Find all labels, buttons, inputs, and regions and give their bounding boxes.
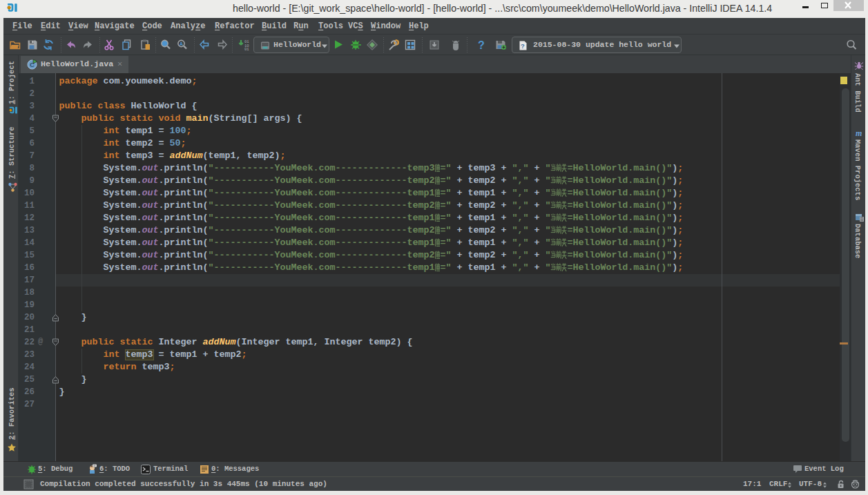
svg-text:01: 01 (244, 47, 249, 51)
svg-text:m: m (856, 128, 862, 137)
svg-text:A: A (180, 41, 183, 47)
svg-text:?: ? (521, 43, 524, 50)
svg-text:?: ? (478, 39, 485, 51)
